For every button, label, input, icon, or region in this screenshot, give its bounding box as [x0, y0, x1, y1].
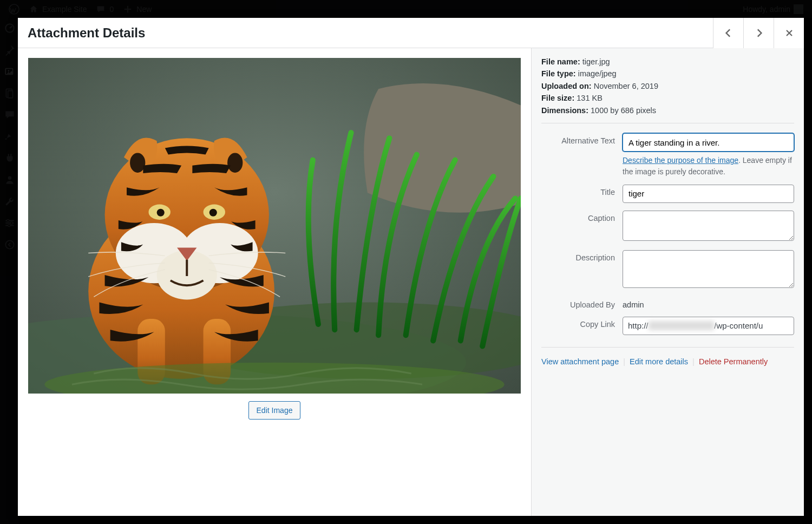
uploaded-by-label: Uploaded By: [541, 297, 623, 309]
dimensions-label: Dimensions:: [541, 106, 588, 115]
alt-text-help: Describe the purpose of the image. Leave…: [623, 155, 794, 177]
caption-label: Caption: [541, 211, 623, 243]
next-button[interactable]: [743, 18, 774, 48]
copy-link-label: Copy Link: [541, 317, 623, 335]
svg-point-21: [130, 153, 145, 173]
file-name-value: tiger.jpg: [582, 57, 610, 66]
modal-content: Edit Image File name: tiger.jpg File typ…: [18, 48, 804, 516]
copy-link-setting: Copy Link http://exampleexamplee/wp-cont…: [541, 317, 794, 335]
view-attachment-link[interactable]: View attachment page: [541, 357, 619, 366]
alt-text-setting: Alternative Text Describe the purpose of…: [541, 133, 794, 177]
file-name-label: File name:: [541, 57, 580, 66]
svg-point-22: [227, 153, 243, 173]
file-size-label: File size:: [541, 94, 574, 102]
description-input[interactable]: [623, 250, 794, 288]
caption-setting: Caption: [541, 211, 794, 243]
close-button[interactable]: [774, 18, 804, 48]
description-label: Description: [541, 250, 623, 290]
uploaded-by-setting: Uploaded By admin: [541, 297, 794, 309]
svg-point-28: [157, 209, 165, 217]
uploaded-by-value: admin: [623, 297, 794, 309]
alt-text-help-link[interactable]: Describe the purpose of the image: [623, 156, 738, 165]
chevron-right-icon: [753, 27, 765, 39]
svg-point-29: [209, 209, 217, 217]
caption-input[interactable]: [623, 211, 794, 241]
description-setting: Description: [541, 250, 794, 290]
modal-title: Attachment Details: [28, 25, 145, 41]
uploaded-on-label: Uploaded on:: [541, 82, 592, 90]
chevron-left-icon: [723, 27, 735, 39]
attachment-details-modal: Attachment Details: [18, 18, 804, 516]
modal-header: Attachment Details: [18, 18, 804, 48]
uploaded-on-value: November 6, 2019: [594, 82, 658, 90]
attachment-preview-image: [28, 58, 521, 394]
delete-permanently-link[interactable]: Delete Permanently: [699, 357, 768, 366]
alt-text-input[interactable]: [623, 133, 794, 152]
preview-pane: Edit Image: [18, 48, 531, 516]
details-pane: File name: tiger.jpg File type: image/jp…: [531, 48, 804, 516]
close-icon: [784, 28, 795, 38]
file-type-value: image/jpeg: [578, 69, 617, 78]
prev-button[interactable]: [713, 18, 743, 48]
attachment-actions: View attachment page | Edit more details…: [541, 357, 794, 366]
file-size-value: 131 KB: [577, 94, 603, 102]
title-input[interactable]: [623, 185, 794, 203]
attachment-meta: File name: tiger.jpg File type: image/jp…: [541, 56, 794, 116]
alt-text-label: Alternative Text: [541, 133, 623, 177]
copy-link-input[interactable]: [623, 317, 794, 335]
dimensions-value: 1000 by 686 pixels: [591, 106, 656, 115]
title-label: Title: [541, 185, 623, 203]
edit-image-button[interactable]: Edit Image: [248, 401, 301, 420]
edit-more-details-link[interactable]: Edit more details: [630, 357, 688, 366]
title-setting: Title: [541, 185, 794, 203]
file-type-label: File type:: [541, 69, 576, 78]
